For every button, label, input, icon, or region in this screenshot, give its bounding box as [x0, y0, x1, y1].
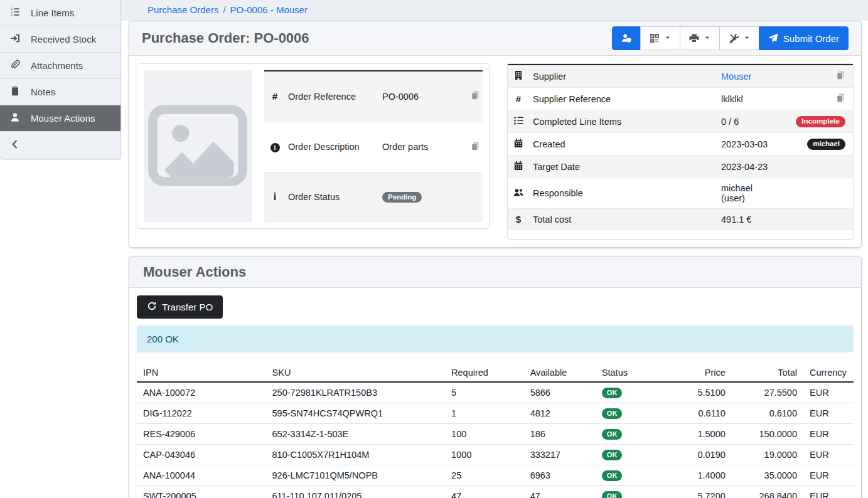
detail-row-supplier-reference: #Supplier Referencelklklkl: [508, 88, 853, 110]
copy-button[interactable]: [470, 90, 480, 100]
cell-sku: 611-110.107.011/0205: [266, 486, 446, 498]
cell-currency: EUR: [803, 445, 854, 465]
info-icon: i: [274, 192, 276, 202]
purchase-order-panel: Purchase Order: PO-0006 Submit Order #Or…: [129, 21, 862, 248]
submit-order-button-label: Submit Order: [783, 33, 839, 44]
cell-price: 1.5000: [667, 424, 732, 445]
sidebar-item-received-stock[interactable]: Received Stock: [0, 26, 121, 53]
ok-badge: OK: [602, 450, 623, 460]
detail-row-completed-line-items: Completed Line Items0 / 6Incomplete: [508, 110, 853, 133]
supplier-details-table: SupplierMouser#Supplier Referencelklklkl…: [508, 64, 853, 230]
print-menu-button[interactable]: [680, 26, 720, 50]
cell-required: 25: [445, 465, 524, 486]
cell-sku: 810-C1005X7R1H104M: [266, 445, 446, 465]
cell-currency: EUR: [803, 403, 854, 424]
submit-order-button[interactable]: Submit Order: [759, 26, 849, 50]
caret-down-icon: [665, 34, 671, 42]
caret-down-icon: [704, 34, 710, 42]
printer-icon: [689, 33, 699, 43]
michael-badge: michael: [807, 139, 845, 150]
parts-header-row: IPNSKURequiredAvailableStatusPriceTotalC…: [137, 364, 854, 382]
list-ol-icon: 123: [9, 7, 21, 19]
cell-required: 100: [445, 424, 524, 445]
detail-label: Order Description: [286, 122, 380, 172]
cell-status: OK: [596, 465, 667, 486]
cell-price: 1.4000: [667, 465, 732, 486]
detail-value: PO-0006: [382, 92, 419, 102]
cell-price: 0.6110: [667, 403, 732, 424]
detail-row-target-date: Target Date2023-04-23: [508, 156, 853, 178]
cell-total: 0.6100: [732, 403, 803, 424]
cell-status: OK: [596, 424, 667, 445]
paperclip-icon: [9, 60, 21, 72]
page-title: Purchase Order: PO-0006: [142, 30, 309, 46]
barcode-menu-button[interactable]: [640, 26, 680, 50]
cell-available: 186: [524, 424, 596, 445]
sidebar-item-notes[interactable]: Notes: [0, 79, 121, 105]
mouser-actions-title: Mouser Actions: [143, 264, 246, 280]
info-circle-icon: i: [271, 142, 280, 152]
copy-button[interactable]: [835, 70, 845, 80]
cell-currency: EUR: [803, 465, 854, 486]
col-header-price: Price: [667, 364, 732, 382]
cell-status: OK: [596, 403, 667, 424]
breadcrumb-link-purchase-orders[interactable]: Purchase Orders: [147, 4, 218, 15]
ok-badge: OK: [602, 470, 623, 481]
cell-status: OK: [596, 445, 667, 465]
transfer-po-label: Transfer PO: [162, 302, 213, 312]
breadcrumb-link-po-0006-mouser[interactable]: PO-0006 - Mouser: [230, 4, 308, 15]
cell-available: 5866: [524, 382, 596, 403]
sidebar-item-label: Mouser Actions: [31, 113, 95, 124]
cell-required: 5: [445, 382, 524, 403]
parts-row: ANA-100044926-LMC7101QM5/NOPB256963OK1.4…: [137, 465, 854, 486]
clipboard-icon: [9, 86, 21, 98]
detail-row-order-reference: #Order ReferencePO-0006: [264, 71, 483, 122]
detail-row-supplier: SupplierMouser: [508, 65, 853, 88]
cell-available: 47: [524, 486, 596, 498]
supplier-link[interactable]: Mouser: [721, 72, 751, 82]
transfer-po-button[interactable]: Transfer PO: [137, 295, 223, 319]
user-shield-icon: [621, 33, 631, 43]
svg-text:3: 3: [11, 13, 13, 17]
tools-icon: [729, 33, 739, 43]
cell-price: 5.5100: [667, 382, 732, 403]
detail-value: Order parts: [382, 142, 428, 152]
sidebar-item-mouser-actions[interactable]: Mouser Actions: [0, 105, 121, 132]
detail-label: Supplier: [529, 65, 717, 88]
detail-row-order-status: iOrder StatusPending: [264, 172, 483, 221]
ok-badge: OK: [602, 491, 623, 498]
copy-button[interactable]: [835, 93, 845, 103]
hash-icon: #: [516, 94, 521, 104]
sidebar-item-label: Line Items: [31, 8, 74, 18]
copy-button[interactable]: [470, 141, 480, 151]
col-header-currency: Currency: [803, 364, 854, 382]
cell-ipn: CAP-043046: [137, 445, 266, 465]
cell-total: 27.5500: [732, 382, 803, 403]
hash-icon: #: [272, 92, 277, 102]
cell-total: 19.0000: [732, 445, 803, 465]
detail-label: Order Reference: [286, 71, 380, 122]
detail-value: 2023-04-23: [721, 162, 768, 172]
user-icon: [9, 112, 21, 124]
breadcrumb-separator: /: [223, 4, 225, 15]
cell-required: 47: [445, 486, 524, 498]
dollar-icon: $: [516, 215, 521, 225]
cell-currency: EUR: [803, 424, 854, 445]
cell-required: 1000: [445, 445, 524, 465]
cell-total: 268.8400: [732, 486, 803, 498]
detail-label: Supplier Reference: [529, 88, 717, 110]
admin-button[interactable]: [612, 26, 641, 50]
parts-row: ANA-100072250-72981KLRATR150B355866OK5.5…: [137, 382, 854, 403]
sidebar-item-attachments[interactable]: Attachments: [0, 53, 121, 79]
sidebar-collapse-button[interactable]: [0, 132, 121, 159]
sidebar-item-label: Attachments: [31, 60, 83, 71]
ok-badge: OK: [602, 429, 623, 440]
breadcrumb: Purchase Orders/PO-0006 - Mouser: [121, 0, 868, 21]
order-actions-menu-button[interactable]: [719, 26, 759, 50]
parts-table: IPNSKURequiredAvailableStatusPriceTotalC…: [137, 364, 854, 498]
cell-ipn: SWT-200005: [137, 486, 266, 498]
mouser-actions-panel: Mouser Actions Transfer PO 200 OK IPNSKU…: [129, 256, 862, 498]
cell-sku: 595-SN74HCS74QPWRQ1: [266, 403, 446, 424]
sidebar-item-line-items[interactable]: 123Line Items: [0, 0, 121, 26]
cell-available: 6963: [524, 465, 596, 486]
